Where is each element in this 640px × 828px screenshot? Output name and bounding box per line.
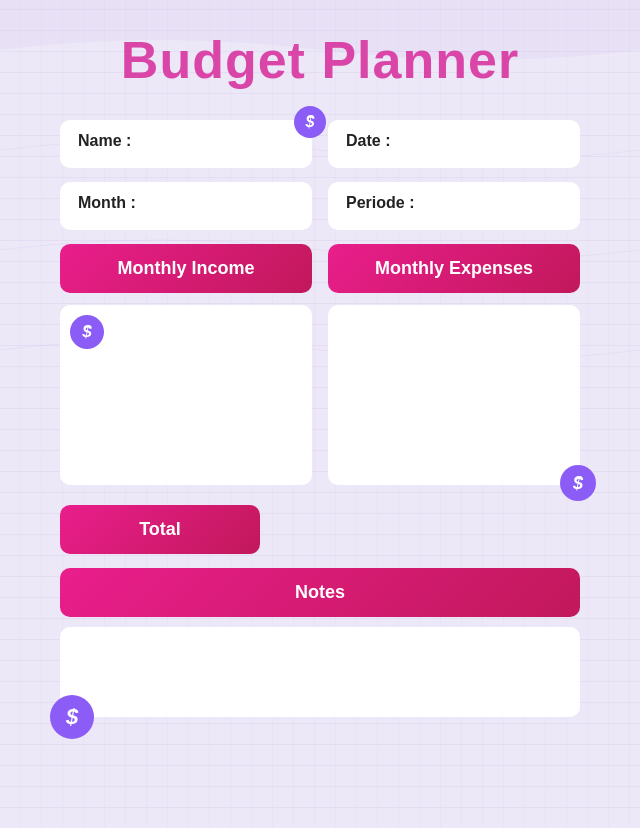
name-label: Name : <box>78 132 131 149</box>
date-label: Date : <box>346 132 390 149</box>
content-area: Budget Planner $ Name : Date : Month : P… <box>60 30 580 717</box>
total-row: Total <box>60 505 580 554</box>
income-content-box: $ <box>60 305 312 485</box>
dollar-icon-expenses: $ <box>560 465 596 501</box>
dollar-icon-income: $ <box>70 315 104 349</box>
monthly-income-button[interactable]: Monthly Income <box>60 244 312 293</box>
page-title: Budget Planner <box>60 30 580 90</box>
periode-field[interactable]: Periode : <box>328 182 580 230</box>
dollar-icon-name: $ <box>294 106 326 138</box>
month-field[interactable]: Month : <box>60 182 312 230</box>
notes-button[interactable]: Notes <box>60 568 580 617</box>
name-field[interactable]: $ Name : <box>60 120 312 168</box>
content-boxes-row: $ $ <box>60 305 580 485</box>
monthly-expenses-button[interactable]: Monthly Expenses <box>328 244 580 293</box>
expenses-content-box: $ <box>328 305 580 485</box>
month-label: Month : <box>78 194 136 211</box>
page: Budget Planner $ Name : Date : Month : P… <box>0 0 640 828</box>
notes-section: Notes $ <box>60 568 580 717</box>
total-value-box <box>276 505 580 554</box>
periode-label: Periode : <box>346 194 414 211</box>
date-field[interactable]: Date : <box>328 120 580 168</box>
income-expenses-buttons: Monthly Income Monthly Expenses <box>60 244 580 293</box>
month-periode-row: Month : Periode : <box>60 182 580 230</box>
total-button[interactable]: Total <box>60 505 260 554</box>
notes-content-box: $ <box>60 627 580 717</box>
dollar-icon-notes: $ <box>50 695 94 739</box>
name-date-row: $ Name : Date : <box>60 120 580 168</box>
